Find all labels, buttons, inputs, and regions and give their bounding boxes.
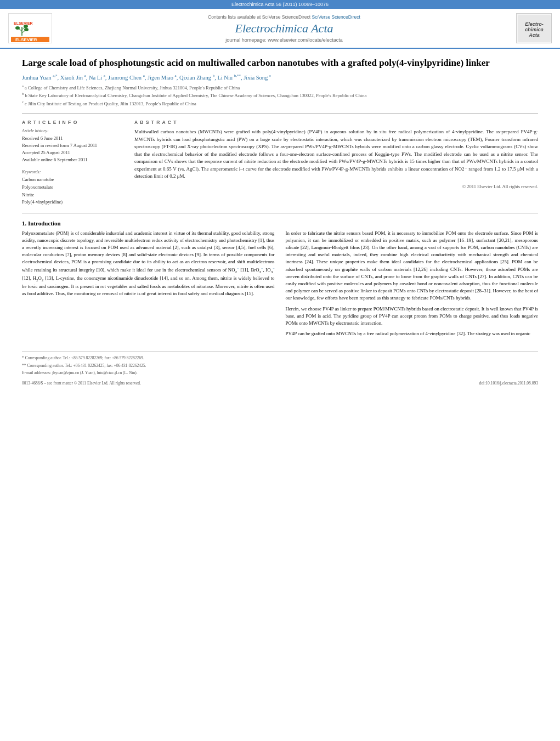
abstract-paragraph: Multiwalled carbon nanotubes (MWCNTs) we…	[134, 128, 538, 180]
article-info-abstract-section: A R T I C L E I N F O Article history: R…	[22, 114, 538, 206]
journal-center-header: Contents lists available at SciVerse Sci…	[58, 14, 511, 43]
footnote-2: ** Corresponding author. Tel.: +86 431 8…	[22, 363, 538, 369]
article-history-block: Article history: Received 6 June 2011 Re…	[22, 128, 123, 163]
keywords-block: Keywords: Carbon nanotube Polyoxometalat…	[22, 169, 123, 206]
journal-citation-bar: Electrochimica Acta 56 (2011) 10069–1007…	[0, 0, 560, 9]
introduction-body: Polyoxometalate (POM) is of considerable…	[22, 230, 538, 341]
article-info-column: A R T I C L E I N F O Article history: R…	[22, 120, 123, 206]
svg-text:ELSEVIER: ELSEVIER	[15, 37, 37, 42]
svg-point-7	[24, 25, 28, 28]
history-label: Article history:	[22, 128, 123, 133]
abstract-heading: A B S T R A C T	[134, 120, 538, 125]
svg-text:Acta: Acta	[528, 32, 540, 38]
svg-text:Electro-: Electro-	[525, 21, 544, 27]
intro-paragraph-2: In order to fabricate the nitrite sensor…	[286, 230, 539, 302]
journal-citation: Electrochimica Acta 56 (2011) 10069–1007…	[231, 2, 329, 7]
section-title: 1. Introduction	[22, 220, 538, 227]
keywords-label: Keywords:	[22, 169, 123, 174]
svg-point-8	[24, 28, 29, 31]
article-info-heading: A R T I C L E I N F O	[22, 120, 123, 125]
issn-text: 0013-4686/$ – see front matter © 2011 El…	[22, 381, 141, 386]
svg-point-6	[15, 26, 20, 30]
section-divider	[22, 213, 538, 213]
ise-logo: Electro- chimica Acta	[516, 13, 552, 43]
intro-left-col: Polyoxometalate (POM) is of considerable…	[22, 230, 275, 341]
journal-homepage: journal homepage: www.elsevier.com/locat…	[58, 37, 511, 43]
main-content: Large scale load of phosphotungstic acid…	[0, 49, 560, 394]
keyword-1: Carbon nanotube	[22, 176, 123, 184]
keyword-2: Polyoxometalate	[22, 184, 123, 191]
keyword-3: Nitrite	[22, 191, 123, 199]
received-date: Received 6 June 2011	[22, 135, 123, 142]
affiliation-b: b b State Key Laboratory of Electroanaly…	[22, 91, 538, 99]
abstract-column: A B S T R A C T Multiwalled carbon nanot…	[134, 120, 538, 206]
copyright-line: © 2011 Elsevier Ltd. All rights reserved…	[134, 183, 538, 190]
affiliation-c: c c Jilin City Institute of Testing on P…	[22, 99, 538, 108]
intro-paragraph-3: Herein, we choose PV4P as linker to prep…	[286, 306, 539, 327]
journal-header: ELSEVIER ELSEVIER Contents lists availab…	[0, 9, 560, 49]
svg-text:chimica: chimica	[525, 27, 544, 32]
intro-right-col: In order to fabricate the nitrite sensor…	[286, 230, 539, 341]
authors-line: Junhua Yuan a,*, Xiaoli Jin a, Na Li a, …	[22, 73, 538, 81]
affiliation-a: a a College of Chemistry and Life Scienc…	[22, 83, 538, 92]
footnote-email: E-mail addresses: jhyuan@zjnu.cn (J. Yua…	[22, 370, 538, 376]
journal-name: Electrochimica Acta	[58, 21, 511, 36]
affiliations: a a College of Chemistry and Life Scienc…	[22, 83, 538, 108]
article-title: Large scale load of phosphotungstic acid…	[22, 57, 538, 69]
footer: * Corresponding author. Tel.: +86 579 82…	[22, 352, 538, 386]
doi-text: doi:10.1016/j.electacta.2011.08.093	[479, 381, 538, 386]
abstract-body: Multiwalled carbon nanotubes (MWCNTs) we…	[134, 128, 538, 190]
footnote-1: * Corresponding author. Tel.: +86 579 82…	[22, 355, 538, 361]
intro-paragraph-1: Polyoxometalate (POM) is of considerable…	[22, 230, 275, 298]
online-date: Available online 6 September 2011	[22, 156, 123, 163]
svg-rect-0	[11, 15, 49, 36]
accepted-date: Accepted 25 August 2011	[22, 149, 123, 156]
intro-paragraph-4: PV4P can be grafted onto MWCNTs by a fre…	[286, 330, 539, 337]
introduction-section: 1. Introduction Polyoxometalate (POM) is…	[22, 220, 538, 341]
keyword-4: Poly(4-vinylpyridine)	[22, 199, 123, 206]
svg-text:ELSEVIER: ELSEVIER	[14, 21, 33, 25]
revised-date: Received in revised form 7 August 2011	[22, 142, 123, 149]
footer-bottom-line: 0013-4686/$ – see front matter © 2011 El…	[22, 381, 538, 386]
elsevier-logo: ELSEVIER ELSEVIER	[8, 13, 52, 43]
sciverse-line: Contents lists available at SciVerse Sci…	[58, 14, 511, 20]
